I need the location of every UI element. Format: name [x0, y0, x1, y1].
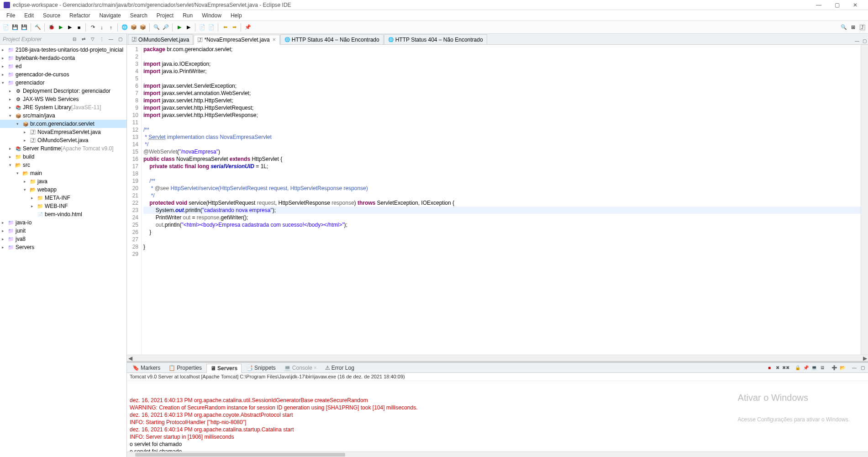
caret-right-icon[interactable]: ▸	[2, 64, 7, 69]
new-jsp-button[interactable]: 📄	[198, 23, 206, 32]
close-tab-button[interactable]: ×	[273, 37, 276, 43]
tree-item[interactable]: ▸jva8	[0, 235, 126, 243]
tree-item[interactable]: ▸JAX-WS Web Services	[0, 95, 126, 103]
open-type-button[interactable]: 🔍	[153, 23, 161, 32]
console-max-button[interactable]: ▢	[859, 364, 866, 372]
caret-right-icon[interactable]: ▸	[2, 245, 7, 250]
tree-item[interactable]: ▾br.com.gerenciador.servlet	[0, 120, 126, 128]
run-button[interactable]: ▶	[57, 23, 65, 32]
console-stop-button[interactable]: ■	[766, 364, 773, 372]
tree-item[interactable]: ▸NovaEmpresaServlet.java	[0, 128, 126, 136]
tree-item[interactable]: ▸Server Runtime [Apache Tomcat v9.0]	[0, 144, 126, 153]
run-ext-button[interactable]: ▶	[175, 23, 184, 32]
new-server-button[interactable]: 🌐	[121, 23, 129, 32]
caret-right-icon[interactable]: ▸	[9, 105, 15, 110]
console-new-console-button[interactable]: ➕	[831, 364, 838, 372]
caret-right-icon[interactable]: ▸	[24, 130, 29, 134]
back-button[interactable]: ⬅	[221, 23, 229, 32]
bottom-tab-error-log[interactable]: ⚠Error Log	[321, 364, 358, 372]
menu-source[interactable]: Source	[38, 11, 65, 20]
maximize-icon[interactable]: ▢	[861, 37, 868, 44]
tree-item[interactable]: ▾src	[0, 161, 126, 169]
menu-run[interactable]: Run	[178, 11, 197, 20]
close-tab-button[interactable]: ×	[314, 365, 317, 371]
code-editor[interactable]: package br.com.gerenciador.servlet;impor…	[142, 45, 861, 355]
tree-item[interactable]: ▸Servers	[0, 243, 126, 251]
console-remove-all-button[interactable]: ✖✖	[782, 364, 789, 372]
menu-navigate[interactable]: Navigate	[95, 11, 125, 20]
menu-search[interactable]: Search	[126, 11, 152, 20]
build-button[interactable]: 🔨	[34, 23, 42, 32]
editor-tab[interactable]: 🌐HTTP Status 404 – Não Encontrado	[384, 34, 487, 44]
console-display-button[interactable]: 🖥	[819, 364, 826, 372]
editor-tab[interactable]: 🌐HTTP Status 404 – Não Encontrado	[280, 34, 384, 44]
caret-right-icon[interactable]: ▸	[9, 97, 15, 101]
menu-edit[interactable]: Edit	[20, 11, 38, 20]
console-scrollbar[interactable]	[127, 452, 868, 457]
tree-item[interactable]: ▸bytebank-herdado-conta	[0, 54, 126, 62]
tree-item[interactable]: ▸java	[0, 177, 126, 186]
menu-project[interactable]: Project	[152, 11, 178, 20]
debug-button[interactable]: 🐞	[47, 23, 56, 32]
tree-item[interactable]: ▾src/main/java	[0, 112, 126, 120]
save-all-button[interactable]: 💾	[20, 23, 28, 32]
bottom-tab-snippets[interactable]: 📑Snippets	[242, 364, 279, 372]
step-button[interactable]: ↷	[89, 23, 97, 32]
debug-ext-button[interactable]: ▶	[184, 23, 193, 32]
minimize-view-button[interactable]: —	[107, 36, 115, 43]
console-output[interactable]: dez. 16, 2021 6:40:13 PM org.apache.cata…	[127, 381, 868, 452]
new-class-button[interactable]: 📦	[130, 23, 138, 32]
search-button[interactable]: 🔎	[162, 23, 170, 32]
tree-item[interactable]: ▸2108-java-testes-unitarios-tdd-projeto_…	[0, 46, 126, 54]
scroll-left-icon[interactable]: ◀	[127, 355, 133, 361]
tree-item[interactable]: ▸OiMundoServlet.java	[0, 136, 126, 144]
tree-item[interactable]: ▸Deployment Descriptor: gerenciador	[0, 87, 126, 95]
caret-right-icon[interactable]: ▸	[2, 237, 7, 241]
search-icon[interactable]: 🔍	[840, 23, 848, 32]
tree-item[interactable]: ▸gerencador-de-cursos	[0, 70, 126, 79]
new-button[interactable]: 📄	[2, 23, 10, 32]
view-menu-button[interactable]: ⋮	[98, 36, 105, 43]
caret-down-icon[interactable]: ▾	[24, 187, 29, 192]
console-clear-button[interactable]: ✖	[774, 364, 781, 372]
new-servlet-button[interactable]: 📄	[207, 23, 216, 32]
menu-window[interactable]: Window	[197, 11, 226, 20]
editor-tab[interactable]: 🇯*NovaEmpresaServlet.java×	[194, 35, 279, 45]
caret-right-icon[interactable]: ▸	[31, 204, 37, 208]
tree-item[interactable]: ▾main	[0, 169, 126, 177]
caret-right-icon[interactable]: ▸	[24, 138, 29, 143]
tree-item[interactable]: ▸java-io	[0, 218, 126, 227]
tree-item[interactable]: ▸WEB-INF	[0, 202, 126, 210]
caret-right-icon[interactable]: ▸	[2, 220, 7, 225]
caret-right-icon[interactable]: ▸	[24, 179, 29, 184]
horizontal-scrollbar[interactable]: ◀ ▶	[127, 355, 868, 361]
tree-item[interactable]: ▸META-INF	[0, 194, 126, 202]
caret-right-icon[interactable]: ▸	[9, 146, 15, 151]
menu-refactor[interactable]: Refactor	[65, 11, 95, 20]
tree-item[interactable]: ▸JRE System Library [JavaSE-11]	[0, 103, 126, 112]
minimize-icon[interactable]: —	[853, 37, 861, 44]
tree-item[interactable]: ▸junit	[0, 227, 126, 235]
console-pin-button[interactable]: 📌	[802, 364, 810, 372]
console-open-console-button[interactable]: 📂	[839, 364, 846, 372]
pin-button[interactable]: 📌	[244, 23, 252, 32]
tree-item[interactable]: ▸build	[0, 153, 126, 161]
bottom-tab-console[interactable]: 💻Console×	[280, 364, 321, 372]
bottom-tab-properties[interactable]: 📋Properties	[165, 364, 205, 372]
scroll-right-icon[interactable]: ▶	[862, 355, 868, 361]
vertical-scrollbar[interactable]	[861, 45, 868, 355]
menu-help[interactable]: Help	[226, 11, 247, 20]
forward-button[interactable]: ➡	[230, 23, 238, 32]
caret-right-icon[interactable]: ▸	[9, 154, 15, 159]
step-into-button[interactable]: ↓	[98, 23, 106, 32]
coverage-button[interactable]: ▶	[66, 23, 74, 32]
console-show-console-button[interactable]: 💻	[810, 364, 818, 372]
caret-right-icon[interactable]: ▸	[2, 72, 7, 77]
tree-item[interactable]: ▾webapp	[0, 186, 126, 194]
java-ee-perspective-button[interactable]: 🇯	[858, 23, 866, 32]
caret-down-icon[interactable]: ▾	[16, 171, 22, 175]
project-tree[interactable]: ▸2108-java-testes-unitarios-tdd-projeto_…	[0, 45, 126, 457]
bottom-tab-servers[interactable]: 🖥Servers	[206, 364, 242, 373]
caret-right-icon[interactable]: ▸	[2, 228, 7, 233]
filter-button[interactable]: ▽	[89, 36, 96, 43]
